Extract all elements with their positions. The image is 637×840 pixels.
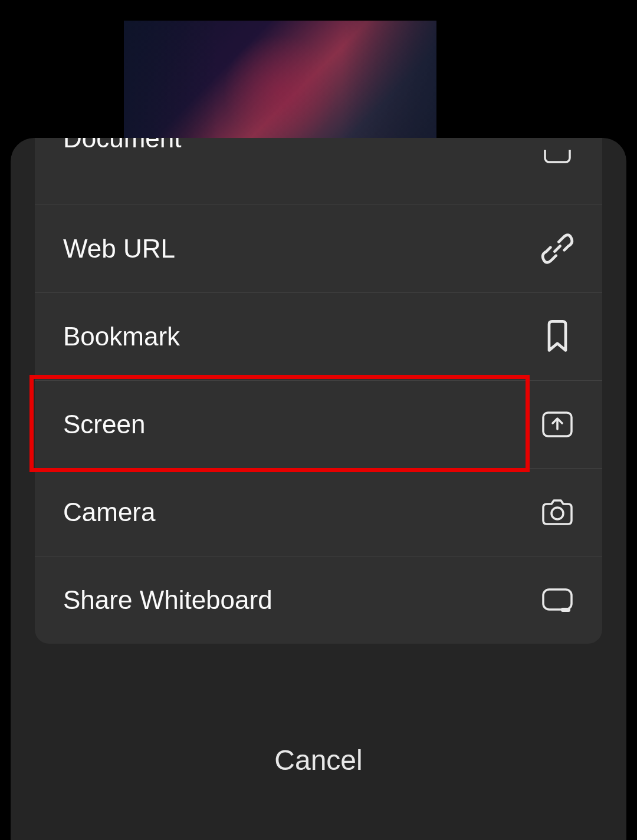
bookmark-icon: [541, 320, 574, 353]
svg-rect-0: [545, 150, 570, 162]
option-share-whiteboard[interactable]: Share Whiteboard: [35, 556, 602, 644]
option-label: Bookmark: [63, 322, 180, 351]
option-bookmark[interactable]: Bookmark: [35, 292, 602, 380]
option-label: Screen: [63, 410, 145, 439]
camera-icon: [541, 496, 574, 529]
link-icon: [541, 232, 574, 265]
option-web-url[interactable]: Web URL: [35, 205, 602, 292]
option-label: Share Whiteboard: [63, 585, 272, 615]
option-document[interactable]: Document: [35, 138, 602, 205]
screen-share-icon: [541, 408, 574, 441]
option-camera[interactable]: Camera: [35, 468, 602, 556]
option-label: Web URL: [63, 234, 175, 263]
whiteboard-icon: [541, 584, 574, 617]
svg-rect-4: [561, 608, 570, 612]
option-label: Document: [63, 138, 182, 153]
options-list: Document Web URL Bookmark: [35, 138, 602, 644]
share-options-sheet: Document Web URL Bookmark: [11, 138, 626, 840]
cancel-button[interactable]: Cancel: [11, 744, 626, 776]
document-icon: [541, 150, 574, 183]
svg-point-2: [551, 508, 563, 519]
option-label: Camera: [63, 498, 156, 527]
svg-rect-3: [543, 589, 572, 610]
option-screen[interactable]: Screen: [35, 380, 602, 468]
